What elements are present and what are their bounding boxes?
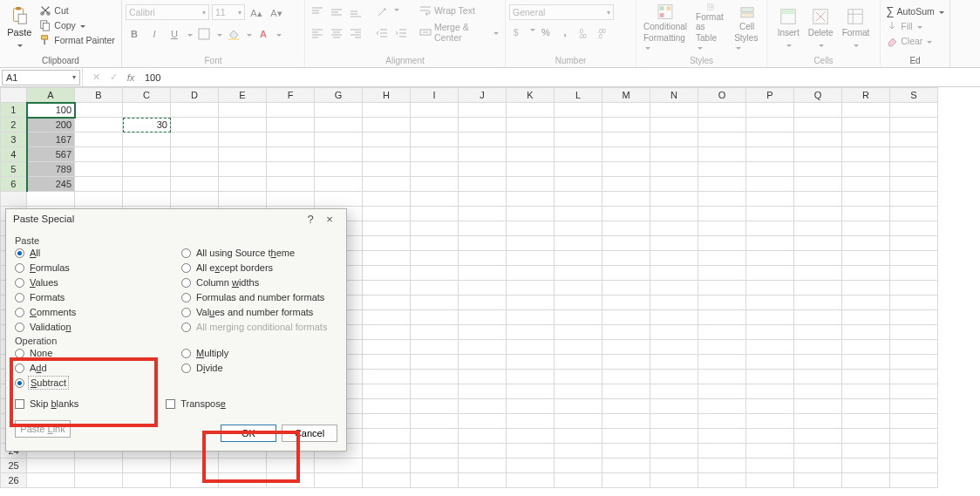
cell[interactable] xyxy=(650,251,698,266)
cell[interactable] xyxy=(650,281,698,296)
cell[interactable] xyxy=(746,177,794,192)
cell[interactable] xyxy=(411,207,459,221)
cell[interactable] xyxy=(602,266,650,281)
cell[interactable] xyxy=(602,147,650,162)
cell[interactable] xyxy=(411,384,459,399)
cell[interactable] xyxy=(698,384,746,399)
cell[interactable] xyxy=(650,355,698,370)
cell[interactable] xyxy=(602,118,650,132)
cell[interactable] xyxy=(794,325,842,340)
cell[interactable] xyxy=(363,355,411,370)
number-format-dropdown[interactable]: General▾ xyxy=(509,4,614,20)
cell[interactable] xyxy=(507,310,555,325)
cell[interactable] xyxy=(746,473,794,488)
cell[interactable] xyxy=(363,221,411,236)
cell[interactable] xyxy=(555,355,602,370)
cell[interactable] xyxy=(507,414,555,429)
cell[interactable] xyxy=(315,162,363,177)
column-header[interactable]: B xyxy=(75,88,123,103)
column-header[interactable]: C xyxy=(123,88,171,103)
cell[interactable] xyxy=(746,221,794,236)
cell[interactable] xyxy=(842,162,890,177)
cell[interactable] xyxy=(363,310,411,325)
cell[interactable] xyxy=(219,103,267,118)
borders-button[interactable] xyxy=(195,25,213,43)
align-middle-icon[interactable] xyxy=(328,3,345,21)
cell[interactable] xyxy=(555,162,602,177)
cell[interactable] xyxy=(507,103,555,118)
cell[interactable] xyxy=(890,162,938,177)
row-header[interactable] xyxy=(1,192,27,207)
cell[interactable] xyxy=(123,459,171,473)
cell[interactable] xyxy=(363,103,411,118)
cell[interactable] xyxy=(507,221,555,236)
align-left-icon[interactable] xyxy=(309,24,326,42)
cell[interactable] xyxy=(459,310,507,325)
formula-bar-input[interactable]: 100 xyxy=(140,72,980,83)
cell[interactable] xyxy=(411,103,459,118)
cell[interactable] xyxy=(602,355,650,370)
cell[interactable] xyxy=(219,147,267,162)
cell[interactable] xyxy=(411,340,459,355)
cell[interactable] xyxy=(363,118,411,132)
format-as-table-button[interactable]: Format as Table xyxy=(692,2,729,54)
increase-font-icon[interactable]: A▴ xyxy=(248,4,265,22)
cell[interactable] xyxy=(507,370,555,384)
cell[interactable] xyxy=(363,473,411,488)
cell[interactable] xyxy=(890,132,938,147)
cell[interactable] xyxy=(459,414,507,429)
cell[interactable] xyxy=(602,444,650,459)
align-center-icon[interactable] xyxy=(328,24,345,42)
fill-color-button[interactable] xyxy=(225,25,242,43)
cell[interactable] xyxy=(363,429,411,444)
cell[interactable] xyxy=(219,473,267,488)
cell[interactable] xyxy=(794,429,842,444)
cell[interactable] xyxy=(698,340,746,355)
cell[interactable] xyxy=(363,370,411,384)
font-name-dropdown[interactable]: Calibri▾ xyxy=(126,4,209,20)
cell-styles-button[interactable]: Cell Styles xyxy=(731,2,763,54)
cell[interactable] xyxy=(555,236,602,251)
cell[interactable] xyxy=(411,444,459,459)
cell[interactable] xyxy=(315,103,363,118)
cell[interactable] xyxy=(75,162,123,177)
conditional-formatting-button[interactable]: Conditional Formatting xyxy=(640,2,691,54)
cell[interactable] xyxy=(459,132,507,147)
cell[interactable] xyxy=(555,429,602,444)
cell[interactable] xyxy=(411,266,459,281)
cell[interactable] xyxy=(650,429,698,444)
cell[interactable] xyxy=(507,207,555,221)
cell[interactable] xyxy=(555,103,602,118)
cell[interactable] xyxy=(555,340,602,355)
cell[interactable] xyxy=(890,118,938,132)
column-header[interactable]: Q xyxy=(794,88,842,103)
cell[interactable] xyxy=(602,325,650,340)
cell[interactable] xyxy=(363,192,411,207)
cell[interactable] xyxy=(842,266,890,281)
cell[interactable] xyxy=(650,266,698,281)
cell[interactable] xyxy=(842,310,890,325)
cell[interactable] xyxy=(459,118,507,132)
cell[interactable] xyxy=(890,177,938,192)
cell[interactable] xyxy=(890,473,938,488)
cell[interactable] xyxy=(507,473,555,488)
cell[interactable] xyxy=(842,473,890,488)
cell[interactable] xyxy=(459,370,507,384)
decrease-font-icon[interactable]: A▾ xyxy=(268,4,285,22)
cell[interactable] xyxy=(698,147,746,162)
cell[interactable] xyxy=(794,132,842,147)
cell[interactable] xyxy=(459,296,507,310)
cell[interactable] xyxy=(363,266,411,281)
cell[interactable] xyxy=(698,370,746,384)
cell[interactable] xyxy=(555,296,602,310)
cell[interactable] xyxy=(363,459,411,473)
cell[interactable] xyxy=(794,162,842,177)
cell[interactable] xyxy=(75,177,123,192)
cell[interactable] xyxy=(890,429,938,444)
cell[interactable] xyxy=(315,192,363,207)
cell[interactable] xyxy=(842,207,890,221)
cell[interactable]: 245 xyxy=(27,177,75,192)
cell[interactable] xyxy=(794,207,842,221)
cell[interactable] xyxy=(890,384,938,399)
cell[interactable] xyxy=(315,132,363,147)
